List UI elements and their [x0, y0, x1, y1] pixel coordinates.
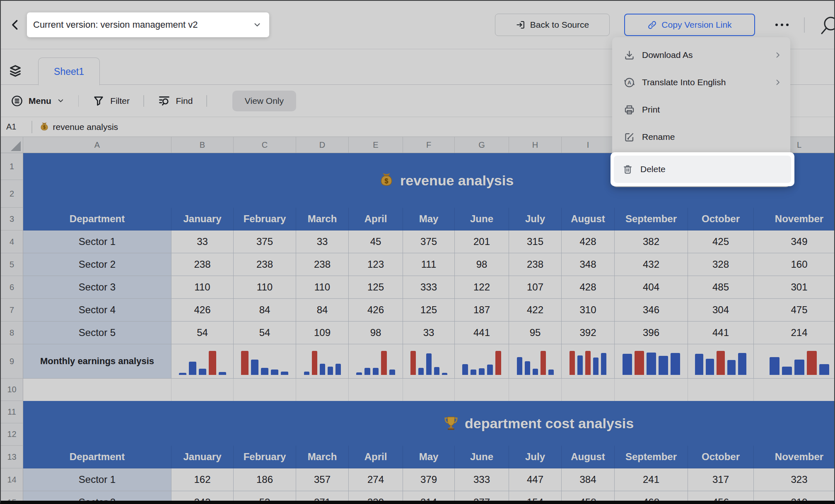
data-cell[interactable]: 475 — [754, 299, 834, 322]
data-cell[interactable]: 241 — [615, 468, 688, 491]
data-cell[interactable]: 447 — [509, 468, 562, 491]
data-cell[interactable]: 304 — [688, 299, 754, 322]
empty-cell[interactable] — [296, 379, 349, 401]
data-cell[interactable]: 45 — [349, 230, 403, 253]
column-header-E[interactable]: E — [349, 137, 403, 153]
data-cell[interactable]: 375 — [403, 230, 455, 253]
table-header-cell[interactable]: August — [562, 446, 615, 468]
copy-version-link-button[interactable]: Copy Version Link — [624, 14, 755, 36]
table-header-cell[interactable]: October — [688, 208, 754, 230]
sparkline-cell[interactable] — [296, 344, 349, 379]
row-header[interactable]: 12 — [1, 423, 23, 446]
data-cell[interactable]: 441 — [688, 322, 754, 344]
data-cell[interactable]: 214 — [403, 491, 455, 501]
data-cell[interactable]: 468 — [615, 491, 688, 501]
data-cell[interactable]: 441 — [455, 322, 509, 344]
data-cell[interactable]: 456 — [688, 491, 754, 501]
data-cell[interactable]: 274 — [349, 468, 403, 491]
data-cell[interactable]: 110 — [234, 276, 296, 299]
sparkline-cell[interactable] — [688, 344, 754, 379]
sector-name-cell[interactable]: Sector 2 — [23, 491, 171, 501]
data-cell[interactable]: 53 — [234, 491, 296, 501]
table-header-cell[interactable]: April — [349, 208, 403, 230]
data-cell[interactable]: 84 — [296, 299, 349, 322]
data-cell[interactable]: 426 — [349, 299, 403, 322]
row-header[interactable]: 2 — [1, 180, 23, 208]
data-cell[interactable]: 422 — [509, 299, 562, 322]
empty-cell[interactable] — [615, 379, 688, 401]
table-header-cell[interactable]: July — [509, 446, 562, 468]
row-header[interactable]: 10 — [1, 379, 23, 401]
data-cell[interactable]: 154 — [509, 491, 562, 501]
column-header-F[interactable]: F — [403, 137, 455, 153]
data-cell[interactable]: 125 — [349, 276, 403, 299]
sector-name-cell[interactable]: Sector 4 — [23, 299, 171, 322]
data-cell[interactable]: 109 — [296, 322, 349, 344]
sparkline-cell[interactable] — [403, 344, 455, 379]
empty-cell[interactable] — [403, 379, 455, 401]
search-button[interactable] — [818, 14, 835, 36]
data-cell[interactable]: 333 — [403, 276, 455, 299]
row-header[interactable]: 1 — [1, 153, 23, 180]
sector-name-cell[interactable]: Sector 5 — [23, 322, 171, 344]
data-cell[interactable]: 201 — [455, 230, 509, 253]
data-cell[interactable]: 160 — [754, 253, 834, 276]
sparkline-cell[interactable] — [349, 344, 403, 379]
data-cell[interactable]: 310 — [562, 299, 615, 322]
data-cell[interactable]: 382 — [615, 230, 688, 253]
data-cell[interactable]: 111 — [403, 253, 455, 276]
table-header-cell[interactable]: January — [171, 208, 234, 230]
row-header[interactable]: 15 — [1, 491, 23, 501]
table-header-cell[interactable]: June — [455, 208, 509, 230]
data-cell[interactable]: 485 — [688, 276, 754, 299]
data-cell[interactable]: 33 — [403, 322, 455, 344]
data-cell[interactable]: 404 — [615, 276, 688, 299]
data-cell[interactable]: 392 — [562, 322, 615, 344]
menu-item-rename[interactable]: Rename — [612, 123, 790, 151]
table-header-cell[interactable]: November — [754, 446, 834, 468]
empty-cell[interactable] — [171, 379, 234, 401]
data-cell[interactable]: 357 — [296, 468, 349, 491]
table-header-cell[interactable]: May — [403, 208, 455, 230]
sparkline-cell[interactable] — [509, 344, 562, 379]
row-header[interactable]: 11 — [1, 401, 23, 423]
empty-cell[interactable] — [349, 379, 403, 401]
data-cell[interactable]: 396 — [615, 322, 688, 344]
menu-item-print[interactable]: Print — [612, 96, 790, 123]
menu-item-delete[interactable]: Delete — [614, 156, 791, 183]
data-cell[interactable]: 375 — [234, 230, 296, 253]
table-header-cell[interactable]: May — [403, 446, 455, 468]
sparkline-cell[interactable] — [171, 344, 234, 379]
data-cell[interactable]: 271 — [296, 491, 349, 501]
table-header-cell[interactable]: September — [615, 446, 688, 468]
data-cell[interactable]: 379 — [403, 468, 455, 491]
data-cell[interactable]: 162 — [171, 468, 234, 491]
row-header[interactable]: 14 — [1, 468, 23, 491]
column-header-H[interactable]: H — [509, 137, 562, 153]
table-header-cell[interactable]: June — [455, 446, 509, 468]
column-header-G[interactable]: G — [455, 137, 509, 153]
data-cell[interactable]: 317 — [688, 468, 754, 491]
table-header-cell[interactable]: November — [754, 208, 834, 230]
sector-name-cell[interactable]: Sector 1 — [23, 230, 171, 253]
data-cell[interactable]: 54 — [234, 322, 296, 344]
data-cell[interactable]: 323 — [754, 468, 834, 491]
data-cell[interactable]: 122 — [455, 276, 509, 299]
summary-label-cell[interactable]: Monthly earnings analysis — [23, 344, 171, 379]
table-header-cell[interactable]: February — [234, 446, 296, 468]
table-header-cell[interactable]: February — [234, 208, 296, 230]
row-header[interactable]: 7 — [1, 299, 23, 322]
empty-cell[interactable] — [23, 379, 171, 401]
table-header-cell[interactable]: August — [562, 208, 615, 230]
data-cell[interactable]: 432 — [615, 253, 688, 276]
empty-cell[interactable] — [509, 379, 562, 401]
data-cell[interactable]: 238 — [509, 253, 562, 276]
row-header[interactable]: 3 — [1, 208, 23, 230]
version-selector[interactable]: Current version: version management v2 — [27, 12, 269, 37]
table-header-cell[interactable]: Department — [23, 208, 171, 230]
title-banner-cell[interactable] — [23, 401, 834, 423]
data-cell[interactable]: 125 — [403, 299, 455, 322]
data-cell[interactable]: 301 — [754, 276, 834, 299]
sparkline-cell[interactable] — [562, 344, 615, 379]
column-header-C[interactable]: C — [234, 137, 296, 153]
